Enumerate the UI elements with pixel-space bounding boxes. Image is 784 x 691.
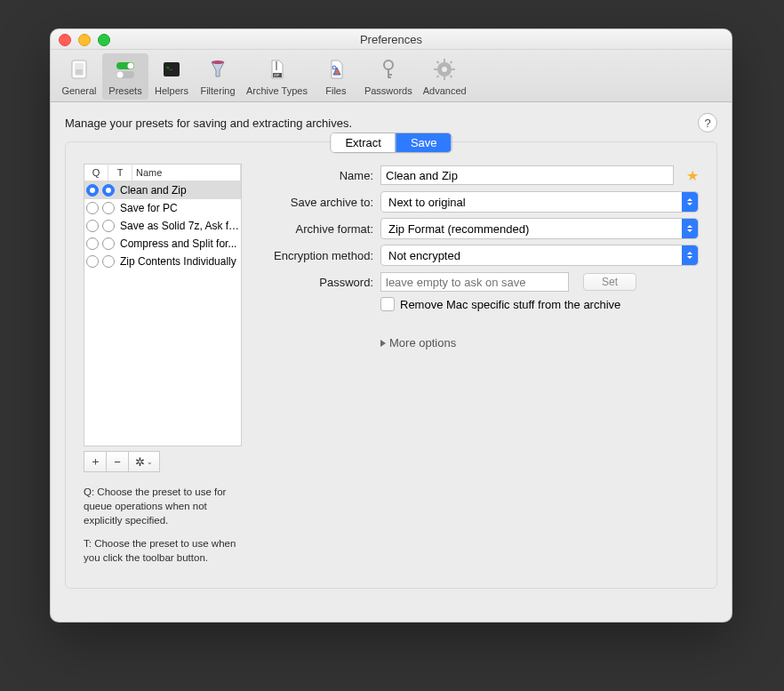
t-radio[interactable] bbox=[102, 255, 115, 268]
preset-row[interactable]: Zip Contents Individually bbox=[84, 253, 241, 270]
hint-q: Q: Choose the preset to use for queue op… bbox=[84, 485, 242, 527]
toolbar-archive-types[interactable]: ZIP Archive Types bbox=[241, 53, 313, 100]
encryption-popup[interactable]: Not encrypted bbox=[380, 245, 699, 266]
archive-format-popup[interactable]: Zip Format (recommended) bbox=[380, 218, 699, 239]
col-header-name[interactable]: Name bbox=[132, 165, 241, 181]
q-radio[interactable] bbox=[86, 202, 99, 214]
preset-name: Compress and Split for... bbox=[116, 237, 241, 250]
remove-mac-label: Remove Mac specific stuff from the archi… bbox=[400, 298, 620, 311]
q-radio[interactable] bbox=[86, 220, 99, 232]
svg-text:>_: >_ bbox=[166, 65, 173, 70]
zoom-window-button[interactable] bbox=[98, 34, 110, 46]
close-window-button[interactable] bbox=[59, 34, 71, 46]
toggle-icon bbox=[111, 55, 140, 84]
save-to-popup[interactable]: Next to original bbox=[380, 191, 699, 213]
titlebar: Preferences bbox=[51, 29, 732, 50]
remove-mac-checkbox[interactable] bbox=[380, 297, 395, 311]
segment-save[interactable]: Save bbox=[396, 133, 452, 152]
segment-extract[interactable]: Extract bbox=[331, 133, 395, 152]
preset-form: Name: ★ Save archive to: Next to origina… bbox=[267, 164, 699, 350]
svg-rect-22 bbox=[434, 68, 437, 70]
traffic-lights bbox=[59, 34, 110, 46]
svg-rect-17 bbox=[388, 76, 391, 78]
toolbar-advanced[interactable]: Advanced bbox=[418, 53, 472, 100]
presets-list: Q T Name Clean and Zip bbox=[84, 164, 242, 446]
password-label: Password: bbox=[267, 276, 380, 289]
encryption-value: Not encrypted bbox=[388, 249, 460, 262]
save-to-value: Next to original bbox=[388, 196, 466, 209]
toolbar-filtering[interactable]: Filtering bbox=[195, 53, 241, 100]
format-value: Zip Format (recommended) bbox=[388, 222, 529, 236]
preset-row[interactable]: Save for PC bbox=[84, 199, 241, 217]
disclosure-triangle-icon bbox=[380, 340, 386, 347]
more-options-label: More options bbox=[389, 336, 456, 350]
toolbar-files[interactable]: Files bbox=[313, 53, 359, 100]
q-radio[interactable] bbox=[86, 237, 99, 250]
svg-rect-26 bbox=[450, 60, 453, 64]
preset-name: Save for PC bbox=[116, 202, 241, 214]
q-radio[interactable] bbox=[86, 184, 99, 197]
encryption-label: Encryption method: bbox=[267, 249, 380, 262]
extract-save-segmented: Extract Save bbox=[330, 133, 452, 153]
svg-rect-16 bbox=[388, 74, 392, 76]
preset-row[interactable]: Save as Solid 7z, Ask fo... bbox=[84, 217, 241, 235]
more-options-disclosure[interactable]: More options bbox=[380, 336, 699, 350]
svg-point-19 bbox=[442, 67, 447, 72]
col-header-q[interactable]: Q bbox=[84, 165, 108, 181]
list-hints: Q: Choose the preset to use for queue op… bbox=[84, 485, 242, 565]
t-radio[interactable] bbox=[102, 220, 115, 232]
save-to-label: Save archive to: bbox=[267, 196, 380, 209]
key-icon bbox=[374, 55, 403, 84]
svg-rect-21 bbox=[444, 76, 445, 80]
svg-text:ZIP: ZIP bbox=[274, 73, 280, 77]
svg-rect-10 bbox=[276, 61, 277, 70]
svg-point-4 bbox=[128, 63, 134, 69]
t-radio[interactable] bbox=[102, 237, 115, 250]
name-field[interactable] bbox=[380, 165, 674, 185]
set-password-button[interactable]: Set bbox=[583, 273, 636, 291]
gear-icon bbox=[430, 55, 459, 84]
toolbar-helpers[interactable]: >_ Helpers bbox=[148, 53, 195, 100]
format-label: Archive format: bbox=[267, 222, 380, 236]
toolbar-general[interactable]: General bbox=[56, 53, 102, 100]
q-radio[interactable] bbox=[86, 255, 99, 268]
password-field[interactable] bbox=[380, 272, 569, 292]
preset-row[interactable]: Clean and Zip bbox=[84, 181, 241, 199]
svg-rect-23 bbox=[452, 68, 455, 70]
preset-actions-menu[interactable]: ✲ ⌄ bbox=[129, 451, 160, 472]
presets-panel: Extract Save Q T Name bbox=[65, 141, 717, 589]
list-header: Q T Name bbox=[84, 165, 241, 181]
toolbar-passwords[interactable]: Passwords bbox=[359, 53, 418, 100]
popup-arrows-icon bbox=[682, 192, 698, 212]
preset-name: Zip Contents Individually bbox=[116, 255, 241, 268]
name-label: Name: bbox=[267, 169, 380, 182]
gear-icon: ✲ bbox=[135, 455, 145, 469]
t-radio[interactable] bbox=[102, 202, 115, 214]
svg-rect-24 bbox=[436, 60, 440, 64]
help-button[interactable]: ? bbox=[698, 113, 717, 133]
svg-rect-2 bbox=[76, 69, 83, 75]
favorite-star-icon[interactable]: ★ bbox=[686, 167, 699, 184]
plus-icon: ＋ bbox=[90, 454, 101, 470]
add-preset-button[interactable]: ＋ bbox=[84, 451, 107, 472]
terminal-icon: >_ bbox=[157, 55, 186, 84]
file-icon bbox=[322, 55, 350, 84]
preferences-toolbar: General Presets >_ Helpers Filtering ZIP… bbox=[51, 50, 732, 102]
window-title: Preferences bbox=[360, 33, 422, 46]
hint-t: T: Choose the preset to use when you cli… bbox=[84, 536, 242, 565]
svg-rect-27 bbox=[436, 75, 440, 78]
remove-preset-button[interactable]: − bbox=[107, 451, 129, 472]
t-radio[interactable] bbox=[102, 184, 115, 197]
minus-icon: − bbox=[114, 455, 121, 469]
col-header-t[interactable]: T bbox=[108, 165, 132, 181]
preset-row[interactable]: Compress and Split for... bbox=[84, 235, 241, 253]
preferences-window: Preferences General Presets >_ Helpers F… bbox=[50, 28, 732, 623]
svg-point-14 bbox=[384, 60, 393, 69]
popup-arrows-icon bbox=[682, 245, 698, 265]
minimize-window-button[interactable] bbox=[78, 34, 91, 46]
toolbar-presets[interactable]: Presets bbox=[102, 53, 148, 100]
switch-icon bbox=[65, 55, 93, 84]
svg-point-9 bbox=[212, 60, 224, 64]
preset-name: Clean and Zip bbox=[116, 184, 241, 197]
popup-arrows-icon bbox=[682, 219, 698, 238]
